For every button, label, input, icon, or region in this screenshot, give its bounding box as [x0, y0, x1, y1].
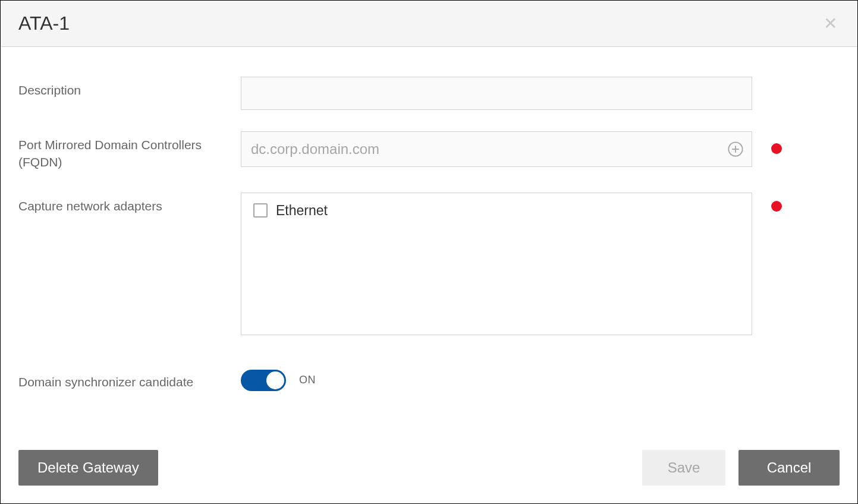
sync-label: Domain synchronizer candidate — [18, 368, 241, 390]
dialog-footer: Delete Gateway Save Cancel — [1, 450, 857, 503]
adapters-control: Ethernet — [241, 193, 840, 335]
adapter-item-label: Ethernet — [276, 203, 328, 219]
save-button[interactable]: Save — [642, 450, 725, 486]
add-icon[interactable] — [727, 141, 744, 158]
description-input[interactable] — [241, 77, 752, 110]
description-label: Description — [18, 77, 241, 99]
adapters-row: Capture network adapters Ethernet — [18, 193, 840, 335]
adapter-item[interactable]: Ethernet — [253, 203, 740, 219]
sync-toggle-state: ON — [299, 374, 316, 386]
gateway-config-dialog: ATA-1 ✕ Description Port Mirrored Domain… — [0, 0, 858, 504]
sync-control: ON — [241, 368, 316, 391]
sync-row: Domain synchronizer candidate ON — [18, 368, 840, 391]
adapters-label: Capture network adapters — [18, 193, 241, 215]
fqdn-label: Port Mirrored Domain Controllers (FQDN) — [18, 131, 241, 171]
sync-toggle[interactable] — [241, 370, 286, 391]
dialog-body: Description Port Mirrored Domain Control… — [1, 47, 857, 450]
adapters-listbox: Ethernet — [241, 193, 752, 335]
fqdn-status-dot — [771, 143, 782, 154]
fqdn-row: Port Mirrored Domain Controllers (FQDN) — [18, 131, 840, 171]
fqdn-control — [241, 131, 840, 167]
toggle-knob — [266, 371, 284, 389]
dialog-header: ATA-1 ✕ — [1, 1, 857, 47]
adapters-status-dot — [771, 201, 782, 212]
description-row: Description — [18, 77, 840, 110]
adapter-checkbox[interactable] — [253, 203, 268, 218]
description-control — [241, 77, 840, 110]
close-icon[interactable]: ✕ — [821, 15, 840, 32]
cancel-button[interactable]: Cancel — [738, 450, 840, 486]
footer-right: Save Cancel — [642, 450, 840, 486]
fqdn-input-wrap — [241, 131, 752, 167]
dialog-title: ATA-1 — [18, 12, 70, 34]
delete-gateway-button[interactable]: Delete Gateway — [18, 450, 158, 486]
fqdn-input[interactable] — [241, 131, 752, 167]
